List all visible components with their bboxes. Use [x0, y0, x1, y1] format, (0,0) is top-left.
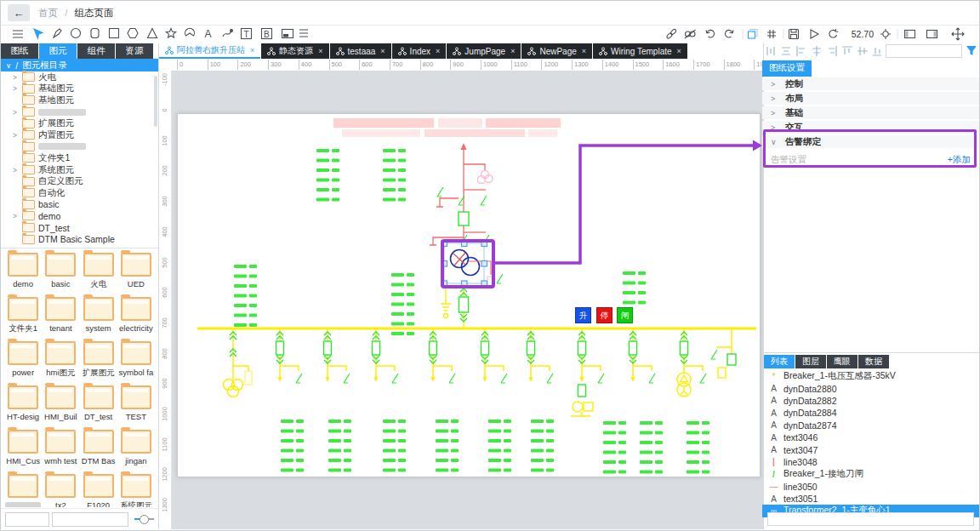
star-tool-icon[interactable] — [166, 29, 175, 38]
folder-grid-item[interactable]: UED — [117, 253, 155, 297]
link-icon[interactable] — [666, 28, 677, 39]
breadcrumb-home[interactable]: 首页 — [38, 8, 58, 18]
textbox-tool-icon[interactable]: T — [242, 29, 252, 39]
folder-grid-item[interactable]: demo — [4, 253, 42, 297]
canvas-button-gate[interactable]: 闸 — [617, 307, 633, 323]
folder-grid-item[interactable]: basic — [42, 253, 79, 297]
close-icon[interactable]: × — [250, 46, 254, 54]
close-icon[interactable]: × — [380, 47, 385, 55]
close-icon[interactable]: × — [318, 47, 322, 55]
drawing-tab[interactable]: Wiring Template × — [593, 43, 687, 59]
tree-row[interactable]: DT_test — [1, 222, 158, 234]
tree-row[interactable] — [1, 141, 158, 153]
refresh-icon[interactable] — [829, 29, 838, 37]
layer-row[interactable]: A text3047 — [762, 443, 979, 455]
back-button[interactable]: ← — [8, 4, 30, 21]
panel-left-icon[interactable] — [905, 31, 915, 38]
layer-row[interactable]: A dynData2884 — [762, 407, 979, 419]
layers-filter-input[interactable] — [767, 512, 974, 526]
accordion-section[interactable]: > 基础 — [762, 106, 979, 119]
folder-grid-item[interactable]: F1020 — [80, 474, 117, 507]
align-center-icon[interactable] — [812, 46, 821, 56]
accordion-section[interactable]: > 布局 — [762, 92, 979, 105]
folder-grid-item[interactable]: 扩展图元 — [80, 341, 117, 385]
tree-row[interactable]: > demo — [1, 210, 158, 222]
sidebar-tab[interactable]: 资源 — [116, 43, 153, 59]
align-right-icon[interactable] — [829, 46, 836, 56]
canvas-viewport[interactable]: -100010020030040050060070080090010001100… — [159, 71, 763, 529]
accordion-section[interactable]: > 交互 — [762, 121, 979, 134]
media-tool-icon[interactable] — [282, 30, 293, 38]
drawing-tab[interactable]: NewPage × — [521, 43, 592, 59]
close-icon[interactable]: × — [582, 47, 586, 55]
slider-knob[interactable] — [140, 515, 149, 524]
drawing-page[interactable] — [177, 113, 761, 477]
distribute-h-icon[interactable] — [767, 47, 774, 55]
folder-grid-item[interactable]: 系统图元 — [117, 474, 155, 507]
align-bottom-icon[interactable] — [873, 48, 881, 55]
pen-tool-icon[interactable] — [54, 29, 61, 37]
tree-row[interactable]: > 基础图元 — [1, 83, 158, 95]
tree-row[interactable]: DTM Basic Sample — [1, 233, 158, 245]
tree-row[interactable]: > — [1, 106, 158, 118]
folder-grid-item[interactable]: 文件夹1 — [4, 297, 42, 341]
folder-grid-item[interactable]: DTM Bas — [80, 430, 117, 474]
move-canvas-icon[interactable] — [952, 28, 964, 40]
redo-icon[interactable] — [725, 30, 733, 37]
sidebar-tab[interactable]: 图纸 — [1, 43, 38, 59]
folder-grid-item[interactable]: symbol fa — [117, 341, 155, 385]
accordion-section[interactable]: ∨ 告警绑定 — [762, 135, 979, 148]
panel-search-input[interactable] — [886, 44, 962, 58]
ellipse-tool-icon[interactable] — [71, 29, 81, 38]
folder-grid-item[interactable]: jingan — [117, 430, 155, 474]
unlink-icon[interactable] — [685, 30, 696, 38]
filter-icon[interactable] — [966, 46, 976, 56]
close-icon[interactable]: × — [436, 47, 440, 55]
rect-tool-icon[interactable] — [110, 29, 119, 38]
folder-grid-item[interactable]: electricity — [117, 297, 155, 341]
folder-grid-item[interactable]: system — [80, 297, 117, 341]
layer-row[interactable]: A dynData2874 — [762, 420, 979, 431]
tree-row[interactable]: 自定义图元 — [1, 175, 158, 187]
folder-grid-item[interactable]: HMI_Buil — [42, 385, 79, 430]
close-icon[interactable]: × — [510, 47, 515, 55]
rounded-rect-tool-icon[interactable] — [91, 29, 99, 38]
drawing-tab[interactable]: testaaa × — [330, 43, 391, 59]
button-tool-icon[interactable]: B — [262, 29, 272, 39]
tree-root-row[interactable]: ∨ / 图元根目录 — [1, 59, 158, 71]
layer-row[interactable]: A text3046 — [762, 431, 979, 443]
locate-icon[interactable] — [880, 29, 891, 39]
folder-grid-item[interactable]: power — [4, 341, 42, 385]
tree-row[interactable]: > 火电 — [1, 71, 158, 83]
tree-row[interactable]: > 内置图元 — [1, 129, 158, 141]
tree-row[interactable]: 基地图元 — [1, 94, 158, 106]
panel-right-icon[interactable] — [927, 31, 937, 38]
layers-panel-tab[interactable]: 图层 — [795, 355, 826, 368]
tree-scrollbar[interactable] — [154, 76, 157, 127]
save-icon[interactable] — [789, 30, 798, 39]
layer-row[interactable]: | line3048 — [762, 456, 979, 468]
folder-grid-item[interactable]: HT-desig — [4, 385, 42, 430]
tree-row[interactable]: 扩展图元 — [1, 117, 158, 129]
undo-icon[interactable] — [706, 30, 715, 37]
folder-grid-item[interactable]: wmh test — [42, 430, 79, 474]
arc-tool-icon[interactable] — [185, 28, 195, 36]
accordion-section[interactable]: > 控制 — [762, 77, 979, 90]
preview-icon[interactable] — [811, 30, 818, 38]
layers-panel-tab[interactable]: 鹰眼 — [827, 355, 858, 368]
layers-panel-tab[interactable]: 列表 — [764, 355, 795, 368]
layer-row[interactable]: A dynData2880 — [762, 382, 979, 394]
grid-icon[interactable] — [767, 30, 776, 38]
path-tool-icon[interactable] — [223, 30, 232, 37]
folder-grid-item[interactable]: 火电 — [80, 253, 117, 297]
select-tool-icon[interactable] — [34, 29, 43, 38]
sidebar-tab[interactable]: 组件 — [77, 43, 115, 59]
layer-list-icon[interactable] — [299, 30, 308, 37]
align-left-icon[interactable] — [797, 46, 805, 56]
align-middle-icon[interactable] — [858, 47, 868, 55]
layer-row[interactable]: / Breaker_1-接地刀闸 — [762, 468, 979, 480]
layer-row[interactable]: A dynData2882 — [762, 395, 979, 407]
folder-grid-item[interactable]: TEST — [117, 385, 155, 430]
distribute-v-icon[interactable] — [782, 48, 790, 54]
canvas-button-stop[interactable]: 停 — [596, 307, 612, 323]
